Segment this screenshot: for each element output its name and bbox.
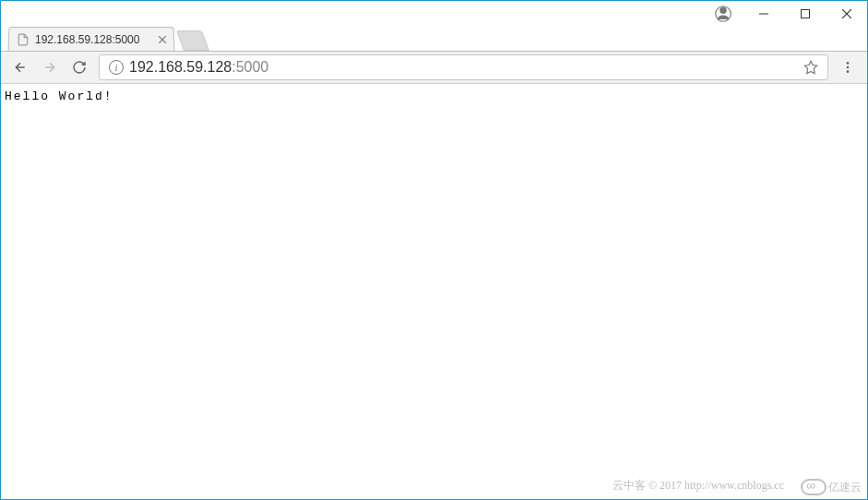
page-icon: [17, 33, 30, 46]
svg-point-9: [847, 70, 850, 73]
svg-point-7: [847, 62, 850, 65]
url-text[interactable]: 192.168.59.128:5000: [129, 59, 798, 76]
maximize-button[interactable]: [784, 1, 826, 27]
svg-rect-2: [801, 10, 809, 18]
site-info-icon[interactable]: i: [109, 60, 124, 75]
cloud-icon: [801, 479, 826, 495]
toolbar: i 192.168.59.128:5000: [1, 51, 867, 84]
account-icon[interactable]: [715, 6, 731, 22]
url-port: :5000: [232, 59, 268, 75]
back-button[interactable]: [6, 54, 34, 81]
window-titlebar: [1, 1, 867, 27]
page-body-text: Hello World!: [5, 89, 113, 103]
browser-tab[interactable]: 192.168.59.128:5000: [7, 27, 174, 51]
window-controls: [743, 1, 867, 27]
url-host: 192.168.59.128: [129, 59, 232, 75]
watermark-logo: 亿速云: [801, 479, 862, 495]
tab-close-icon[interactable]: [159, 36, 166, 43]
reload-button[interactable]: [65, 54, 93, 81]
forward-button[interactable]: [36, 54, 64, 81]
svg-point-8: [847, 66, 850, 69]
watermark-logo-text: 亿速云: [828, 480, 862, 495]
minimize-button[interactable]: [743, 1, 784, 27]
page-content: Hello World!: [1, 84, 867, 109]
address-bar[interactable]: i 192.168.59.128:5000: [99, 54, 828, 80]
close-button[interactable]: [826, 1, 867, 27]
tab-bar: 192.168.59.128:5000: [1, 27, 867, 51]
watermark-text: 云中客 © 2017 http://www.cnblogs.cc: [612, 478, 784, 494]
new-tab-button[interactable]: [176, 30, 209, 51]
menu-button[interactable]: [834, 54, 862, 81]
bookmark-star-icon[interactable]: [803, 60, 818, 75]
tab-title: 192.168.59.128:5000: [35, 33, 153, 46]
